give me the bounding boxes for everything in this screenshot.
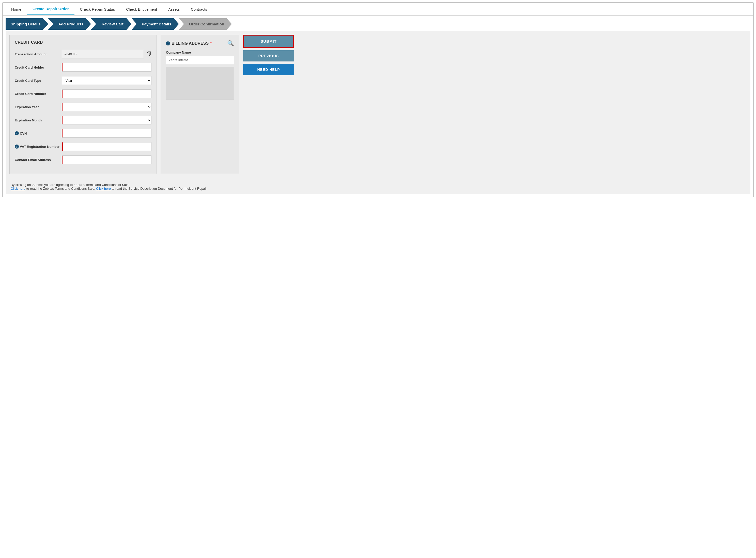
credit-card-type-row: Credit Card Type Visa Mastercard Amex <box>15 76 151 85</box>
credit-card-holder-label: Credit Card Holder <box>15 66 59 69</box>
contact-email-row: Contact Email Address <box>15 155 151 164</box>
footer-link2[interactable]: Click here <box>96 187 111 191</box>
wizard-bar: Shipping Details Add Products Review Car… <box>6 18 750 30</box>
footer-text2: to read the Zebra's Terms and Conditions… <box>26 187 96 191</box>
wizard-step-add-products[interactable]: Add Products <box>48 18 91 30</box>
nav-contracts[interactable]: Contracts <box>185 4 213 15</box>
nav-check-repair-status[interactable]: Check Repair Status <box>74 4 121 15</box>
credit-card-number-input[interactable] <box>62 90 151 98</box>
expiration-month-select[interactable] <box>62 116 151 124</box>
credit-card-number-label: Credit Card Number <box>15 92 59 96</box>
required-star: * <box>210 41 212 46</box>
expiration-year-select[interactable] <box>62 103 151 111</box>
nav-create-repair-order[interactable]: Create Repair Order <box>27 3 74 15</box>
company-name-label: Company Name <box>166 51 234 54</box>
cvn-row: i CVN <box>15 129 151 138</box>
copy-icon[interactable]: 🗍 <box>146 51 151 57</box>
credit-card-type-label: Credit Card Type <box>15 79 59 82</box>
transaction-amount-row: Transaction Amount 🗍 <box>15 50 151 58</box>
billing-info-icon[interactable]: i <box>166 42 170 46</box>
nav-bar: Home Create Repair Order Check Repair St… <box>3 3 753 16</box>
billing-title: i BILLING ADDRESS * 🔍 <box>166 40 234 47</box>
contact-email-input[interactable] <box>62 155 151 164</box>
help-button[interactable]: NEED HELP <box>243 64 294 75</box>
expiration-month-row: Expiration Month <box>15 116 151 124</box>
main-content: CREDIT CARD Transaction Amount 🗍 Credit … <box>6 31 750 178</box>
nav-assets[interactable]: Assets <box>163 4 185 15</box>
nav-check-entitlement[interactable]: Check Entitlement <box>120 4 163 15</box>
credit-card-title: CREDIT CARD <box>15 40 151 45</box>
billing-search-icon[interactable]: 🔍 <box>227 40 234 47</box>
wizard-step-shipping[interactable]: Shipping Details <box>6 18 48 30</box>
billing-panel: i BILLING ADDRESS * 🔍 Company Name <box>161 35 239 174</box>
previous-button[interactable]: PREVIOUS <box>243 50 294 61</box>
credit-card-holder-row: Credit Card Holder <box>15 63 151 72</box>
transaction-amount-input <box>62 50 144 58</box>
credit-card-number-row: Credit Card Number <box>15 90 151 98</box>
footer-text1: By clicking on 'Submit' you are agreeing… <box>11 183 745 187</box>
footer-links: Click here to read the Zebra's Terms and… <box>11 187 745 191</box>
wizard-step-payment-details[interactable]: Payment Details <box>132 18 179 30</box>
expiration-year-row: Expiration Year <box>15 103 151 111</box>
credit-card-panel: CREDIT CARD Transaction Amount 🗍 Credit … <box>9 35 157 174</box>
cvn-input[interactable] <box>62 129 151 138</box>
credit-card-type-select[interactable]: Visa Mastercard Amex <box>62 76 151 85</box>
vat-input[interactable] <box>62 142 151 151</box>
expiration-year-label: Expiration Year <box>15 105 59 109</box>
footer-link1[interactable]: Click here <box>11 187 25 191</box>
credit-card-holder-input[interactable] <box>62 63 151 72</box>
wizard-step-order-confirmation: Order Confirmation <box>179 18 232 30</box>
footer-text3: to read the Service Description Document… <box>112 187 208 191</box>
wizard-step-review-cart[interactable]: Review Cart <box>91 18 132 30</box>
submit-button[interactable]: SUBMIT <box>243 35 294 48</box>
expiration-month-label: Expiration Month <box>15 118 59 122</box>
vat-label: i VAT Registration Number <box>15 145 59 149</box>
cvn-label: i CVN <box>15 131 59 135</box>
company-name-input[interactable] <box>166 56 234 64</box>
nav-home[interactable]: Home <box>6 4 27 15</box>
cvn-info-icon[interactable]: i <box>15 131 19 135</box>
vat-info-icon[interactable]: i <box>15 145 19 149</box>
vat-row: i VAT Registration Number <box>15 142 151 151</box>
actions-panel: SUBMIT PREVIOUS NEED HELP <box>243 35 294 174</box>
billing-address-textarea[interactable] <box>166 67 234 100</box>
contact-email-label: Contact Email Address <box>15 158 59 162</box>
footer: By clicking on 'Submit' you are agreeing… <box>6 178 750 194</box>
transaction-amount-label: Transaction Amount <box>15 52 59 56</box>
